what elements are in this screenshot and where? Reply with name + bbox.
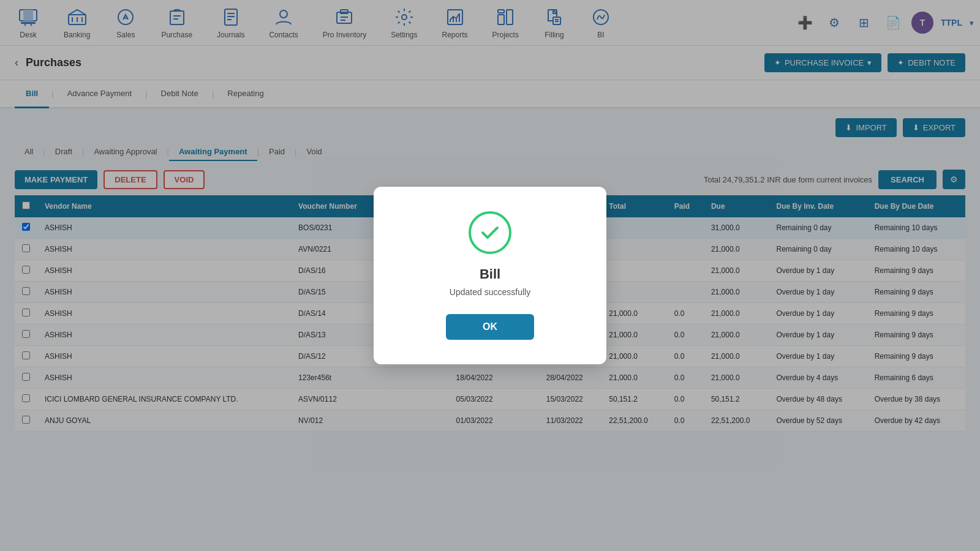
success-icon [469,211,511,254]
modal-overlay: Bill Updated successfully OK [0,0,980,551]
modal-title: Bill [403,266,577,282]
modal-box: Bill Updated successfully OK [374,187,606,364]
modal-subtitle: Updated successfully [403,287,577,297]
modal-ok-button[interactable]: OK [446,314,534,340]
